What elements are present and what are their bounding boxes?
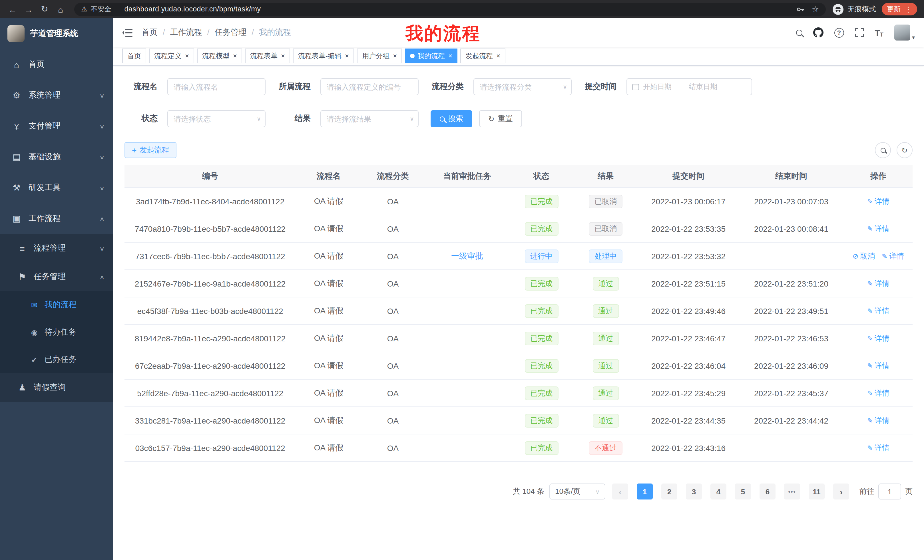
sidebar-item[interactable]: ▤ 基础设施 ∨ bbox=[0, 142, 113, 172]
font-size-icon[interactable]: TT bbox=[874, 28, 884, 37]
address-bar[interactable]: ⚠ 不安全 dashboard.yudao.iocoder.cn/bpm/tas… bbox=[74, 3, 826, 16]
status-select[interactable] bbox=[167, 110, 266, 127]
page-size-select[interactable]: 10条/页 ∨ bbox=[549, 484, 605, 500]
sidebar-item-task-mgmt[interactable]: ⚑ 任务管理 ∧ bbox=[0, 263, 113, 291]
home-icon[interactable]: ⌂ bbox=[54, 2, 68, 16]
breadcrumb-item[interactable]: 我的流程 bbox=[247, 27, 291, 38]
toggle-search-button[interactable] bbox=[875, 142, 891, 158]
view-tab[interactable]: 发起流程 × bbox=[460, 48, 506, 63]
detail-action[interactable]: ✎ 详情 bbox=[867, 443, 890, 453]
breadcrumb-item[interactable]: 任务管理 bbox=[202, 27, 247, 38]
cell-submit-time: 2022-01-22 23:46:04 bbox=[639, 361, 738, 370]
password-key-icon[interactable] bbox=[796, 5, 805, 13]
breadcrumb-item[interactable]: 首页 bbox=[142, 27, 158, 38]
browser-menu-icon[interactable]: ⋮ bbox=[904, 5, 912, 13]
forward-icon[interactable]: → bbox=[22, 2, 35, 16]
prev-page-button[interactable]: ‹ bbox=[612, 484, 628, 500]
active-tab-dot bbox=[410, 54, 415, 58]
detail-action[interactable]: ✎ 详情 bbox=[867, 278, 890, 289]
sidebar-subitem[interactable]: ✉ 我的流程 bbox=[0, 291, 113, 319]
cell-id: 67c2eaab-7b9a-11ec-a290-acde48001122 bbox=[124, 361, 296, 370]
next-page-button[interactable]: › bbox=[833, 484, 849, 500]
cell-name: OA 请假 bbox=[296, 333, 362, 343]
detail-action[interactable]: ✎ 详情 bbox=[867, 415, 890, 425]
current-task-link[interactable]: 一级审批 bbox=[451, 251, 483, 261]
view-tab[interactable]: 流程表单 × bbox=[245, 48, 290, 63]
close-icon[interactable]: × bbox=[345, 52, 349, 59]
workflow-icon: ▣ bbox=[11, 214, 22, 224]
page-button[interactable]: 11 bbox=[808, 484, 825, 500]
page-button[interactable]: 2 bbox=[661, 484, 677, 500]
page-button[interactable]: 3 bbox=[686, 484, 702, 500]
page-button[interactable]: ••• bbox=[784, 484, 800, 500]
bookmark-star-icon[interactable]: ☆ bbox=[812, 4, 819, 14]
page-button[interactable]: 1 bbox=[637, 484, 653, 500]
help-icon[interactable]: ? bbox=[834, 28, 844, 37]
search-icon[interactable] bbox=[796, 29, 802, 36]
view-tab[interactable]: 首页 bbox=[122, 48, 146, 63]
view-tab[interactable]: 流程表单-编辑 × bbox=[293, 48, 354, 63]
result-select[interactable] bbox=[320, 110, 418, 127]
detail-action[interactable]: ✎ 详情 bbox=[867, 196, 890, 207]
refresh-table-button[interactable]: ↻ bbox=[897, 142, 913, 158]
parent-process-input[interactable] bbox=[320, 78, 418, 95]
detail-action[interactable]: ✎ 详情 bbox=[867, 306, 890, 316]
close-icon[interactable]: × bbox=[233, 52, 237, 59]
search-button[interactable]: 搜索 bbox=[430, 110, 472, 127]
avatar[interactable] bbox=[894, 24, 910, 40]
sidebar-item-process-mgmt[interactable]: ≡ 流程管理 ∨ bbox=[0, 234, 113, 263]
app-logo-area[interactable]: 芋道管理系统 bbox=[0, 18, 113, 49]
close-icon[interactable]: × bbox=[185, 52, 189, 59]
url-text[interactable]: dashboard.yudao.iocoder.cn/bpm/task/my bbox=[124, 5, 261, 13]
page-button[interactable]: 5 bbox=[735, 484, 751, 500]
create-process-button[interactable]: + 发起流程 bbox=[124, 142, 177, 158]
security-label[interactable]: 不安全 bbox=[91, 4, 111, 14]
github-icon[interactable] bbox=[813, 27, 823, 38]
detail-action[interactable]: ✎ 详情 bbox=[867, 333, 890, 343]
close-icon[interactable]: × bbox=[448, 52, 452, 59]
detail-action[interactable]: ✎ 详情 bbox=[867, 223, 890, 234]
navbar-actions: ? TT ▾ bbox=[796, 24, 915, 40]
close-icon[interactable]: × bbox=[281, 52, 285, 59]
close-icon[interactable]: × bbox=[393, 52, 397, 59]
page-button[interactable]: 6 bbox=[759, 484, 776, 500]
update-button[interactable]: 更新 ⋮ bbox=[882, 3, 917, 15]
sidebar-item-leave-query[interactable]: ♟ 请假查询 bbox=[0, 373, 113, 402]
close-icon[interactable]: × bbox=[496, 52, 500, 59]
tree-icon: ≡ bbox=[17, 244, 27, 253]
user-menu[interactable]: ▾ bbox=[894, 24, 915, 40]
detail-action[interactable]: ✎ 详情 bbox=[867, 361, 890, 371]
process-name-input[interactable] bbox=[167, 78, 266, 95]
reload-icon[interactable]: ↻ bbox=[38, 2, 51, 16]
category-select[interactable] bbox=[473, 78, 572, 95]
sidebar-item[interactable]: ⌂ 首页 bbox=[0, 49, 113, 80]
sidebar-item[interactable]: ▣ 工作流程 ∧ bbox=[0, 203, 113, 234]
tools-icon: ⚒ bbox=[11, 183, 22, 193]
end-date-placeholder[interactable]: 结束日期 bbox=[689, 82, 717, 91]
breadcrumb: 首页 工作流程 任务管理 我的流程 bbox=[142, 27, 291, 38]
sidebar-subitem[interactable]: ✔ 已办任务 bbox=[0, 346, 113, 373]
sidebar-item[interactable]: ¥ 支付管理 ∨ bbox=[0, 111, 113, 142]
sidebar-item[interactable]: ⚒ 研发工具 ∨ bbox=[0, 172, 113, 203]
reset-button[interactable]: ↻ 重置 bbox=[479, 110, 522, 127]
submit-time-range-picker[interactable]: 开始日期 - 结束日期 bbox=[627, 78, 752, 95]
view-tab[interactable]: 流程定义 × bbox=[149, 48, 194, 63]
breadcrumb-item[interactable]: 工作流程 bbox=[158, 27, 202, 38]
sidebar-subitem[interactable]: ◉ 待办任务 bbox=[0, 319, 113, 346]
browser-chrome: ← → ↻ ⌂ ⚠ 不安全 dashboard.yudao.iocoder.cn… bbox=[0, 0, 924, 18]
detail-action[interactable]: ✎ 详情 bbox=[867, 388, 890, 398]
view-tab[interactable]: 我的流程 × bbox=[405, 48, 458, 63]
fullscreen-icon[interactable] bbox=[855, 28, 864, 37]
cancel-action[interactable]: ⊘ 取消 bbox=[853, 251, 875, 261]
cell-submit-time: 2022-01-22 23:44:35 bbox=[639, 416, 738, 425]
start-date-placeholder[interactable]: 开始日期 bbox=[643, 82, 672, 91]
page-button[interactable]: 4 bbox=[710, 484, 726, 500]
view-tab[interactable]: 用户分组 × bbox=[357, 48, 402, 63]
result-tag: 处理中 bbox=[589, 249, 622, 263]
detail-action[interactable]: ✎ 详情 bbox=[882, 251, 904, 261]
goto-page-input[interactable] bbox=[878, 484, 901, 500]
view-tab[interactable]: 流程模型 × bbox=[197, 48, 242, 63]
sidebar-item[interactable]: ⚙ 系统管理 ∨ bbox=[0, 80, 113, 111]
back-icon[interactable]: ← bbox=[6, 2, 20, 16]
sidebar-toggle-icon[interactable] bbox=[122, 28, 132, 37]
